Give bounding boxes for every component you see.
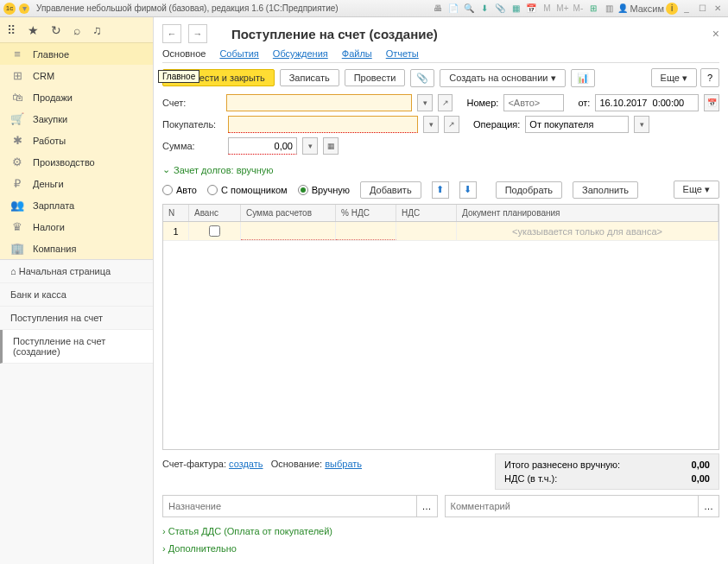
pick-button[interactable]: Подобрать	[496, 181, 562, 199]
cell-doc[interactable]: <указывается только для аванса>	[457, 222, 719, 240]
cell-vat-pct[interactable]	[336, 222, 396, 240]
col-n[interactable]: N	[163, 205, 189, 221]
advance-checkbox[interactable]	[209, 225, 220, 237]
tab-main[interactable]: Основное	[162, 48, 206, 59]
tab-reports[interactable]: Отчеты	[386, 48, 419, 59]
buyer-input[interactable]	[228, 116, 418, 133]
dds-section[interactable]: › Статья ДДС (Оплата от покупателей)	[162, 526, 719, 536]
clip-icon[interactable]: 📎	[493, 2, 507, 16]
debt-section-header[interactable]: ⌄ Зачет долгов: вручную	[162, 164, 719, 175]
history-icon[interactable]: ↻	[51, 23, 61, 37]
col-vat-pct[interactable]: % НДС	[336, 205, 396, 221]
nav-purchases[interactable]: 🛒Закупки	[0, 108, 153, 130]
sec-receipts[interactable]: Поступления на счет	[0, 307, 153, 330]
menu-icon[interactable]: ⠿	[7, 23, 16, 37]
link-icon[interactable]: ⬇	[478, 2, 491, 16]
gear-icon: ⚙	[10, 155, 24, 168]
search-icon[interactable]: ⌕	[73, 23, 80, 37]
nav-works[interactable]: ✱Работы	[0, 130, 153, 151]
create-based-button[interactable]: Создать на основании ▾	[440, 69, 565, 87]
table-more-button[interactable]: Еще ▾	[674, 181, 719, 199]
info-icon[interactable]: i	[666, 3, 678, 15]
date-input[interactable]	[595, 94, 699, 111]
cal-icon[interactable]: 📅	[524, 2, 538, 16]
nav-sales[interactable]: 🛍Продажи	[0, 86, 153, 108]
page-title: Поступление на счет (создание)	[231, 27, 438, 41]
close-page-icon[interactable]: ×	[712, 27, 719, 41]
col-sum[interactable]: Сумма расчетов	[241, 205, 336, 221]
report-icon-button[interactable]: 📊	[571, 69, 595, 87]
forward-button[interactable]: →	[188, 24, 207, 43]
tab-discussions[interactable]: Обсуждения	[273, 48, 328, 59]
move-down-button[interactable]: ⬇	[459, 181, 477, 199]
radio-manual[interactable]: Вручную	[298, 185, 350, 195]
create-invoice-link[interactable]: создать	[229, 459, 263, 469]
additional-section[interactable]: › Дополнительно	[162, 543, 719, 554]
nav-production[interactable]: ⚙Производство	[0, 151, 153, 173]
table-row[interactable]: 1 <указывается только для аванса>	[163, 222, 719, 241]
operation-input[interactable]	[525, 116, 629, 133]
calendar-icon[interactable]: 📅	[704, 94, 719, 111]
comment-input[interactable]	[445, 495, 700, 517]
purpose-expand-icon[interactable]: …	[417, 495, 438, 517]
star-icon[interactable]: ★	[28, 23, 39, 37]
print-icon[interactable]: 🖶	[431, 2, 445, 16]
back-button[interactable]: ←	[162, 24, 181, 43]
nav-taxes[interactable]: ♛Налоги	[0, 216, 153, 238]
calc-icon[interactable]: ▦	[509, 2, 522, 16]
close-icon[interactable]: ✕	[711, 2, 725, 16]
tab-files[interactable]: Файлы	[342, 48, 372, 59]
move-up-button[interactable]: ⬆	[432, 181, 449, 199]
m-minus-icon[interactable]: M-	[571, 2, 585, 16]
select-basis-link[interactable]: выбрать	[325, 459, 362, 469]
sec-receipt-create[interactable]: Поступление на счет (создание)	[0, 330, 153, 364]
account-open-icon[interactable]: ↗	[438, 94, 453, 111]
post-button[interactable]: Провести	[345, 69, 406, 86]
account-input[interactable]	[226, 94, 412, 111]
sec-bank[interactable]: Банк и касса	[0, 283, 153, 307]
cell-sum[interactable]	[241, 222, 336, 240]
calc-icon[interactable]: ▦	[323, 137, 339, 155]
cell-vat[interactable]	[396, 222, 457, 240]
sum-dropdown-icon[interactable]: ▾	[302, 137, 318, 155]
purpose-input[interactable]	[162, 495, 417, 517]
buyer-open-icon[interactable]: ↗	[444, 116, 459, 133]
cell-n[interactable]: 1	[163, 222, 189, 240]
window-icon[interactable]: ⊞	[586, 2, 600, 16]
account-dropdown-icon[interactable]: ▾	[417, 94, 433, 111]
col-advance[interactable]: Аванс	[189, 205, 241, 221]
sec-home[interactable]: ⌂ Начальная страница	[0, 260, 153, 283]
operation-dropdown-icon[interactable]: ▾	[634, 116, 649, 133]
cell-advance[interactable]	[189, 222, 241, 240]
col-vat[interactable]: НДС	[396, 205, 457, 221]
nav-crm[interactable]: ⊞CRM	[0, 65, 153, 86]
maximize-icon[interactable]: ☐	[695, 2, 709, 16]
user-label[interactable]: 👤Максим	[617, 3, 664, 14]
radio-assist[interactable]: С помощником	[207, 185, 288, 195]
search-icon[interactable]: 🔍	[462, 2, 476, 16]
minimize-icon[interactable]: _	[680, 2, 693, 16]
fill-button[interactable]: Заполнить	[573, 181, 638, 199]
record-button[interactable]: Записать	[280, 69, 339, 86]
radio-auto[interactable]: Авто	[162, 185, 197, 195]
m-icon[interactable]: M	[540, 2, 554, 16]
buyer-dropdown-icon[interactable]: ▾	[423, 116, 439, 133]
m-plus-icon[interactable]: M+	[555, 2, 569, 16]
number-input[interactable]	[503, 94, 564, 111]
more-button[interactable]: Еще ▾	[651, 68, 697, 87]
panel-icon[interactable]: ▥	[602, 2, 616, 16]
sum-input[interactable]	[228, 137, 297, 155]
add-button[interactable]: Добавить	[360, 181, 421, 199]
tab-events[interactable]: События	[219, 48, 258, 59]
help-button[interactable]: ?	[700, 68, 719, 87]
attach-button[interactable]: 📎	[410, 69, 434, 87]
col-doc[interactable]: Документ планирования	[457, 205, 719, 221]
doc-icon[interactable]: 📄	[446, 2, 460, 16]
nav-main[interactable]: ≡Главное	[0, 43, 153, 65]
nav-money[interactable]: ₽Деньги	[0, 173, 153, 194]
dropdown-icon[interactable]: ▾	[19, 3, 29, 14]
comment-expand-icon[interactable]: …	[699, 495, 719, 517]
nav-company[interactable]: 🏢Компания	[0, 238, 153, 259]
bell-icon[interactable]: ♫	[92, 23, 102, 37]
nav-salary[interactable]: 👥Зарплата	[0, 194, 153, 216]
